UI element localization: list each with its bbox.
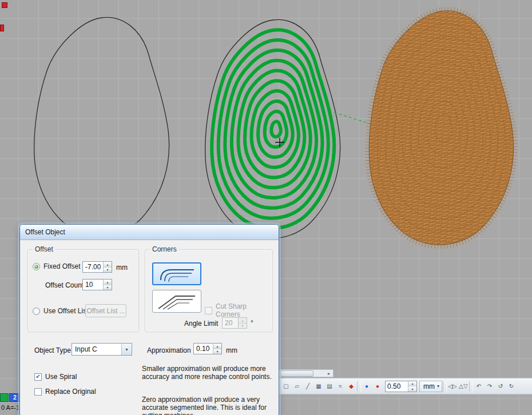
angle-limit-down-button[interactable]: ▾ xyxy=(239,323,247,329)
select-object-icon[interactable]: ▢ xyxy=(281,381,291,392)
transform-toolbar: ▢▱╱▦▤≈◆●● ▴ ▾ mm ▾ ◁▷△▽↶↷↺↻ xyxy=(279,378,532,394)
fixed-offset-unit: mm xyxy=(116,264,128,272)
horizontal-scrollbar[interactable]: ▸ xyxy=(279,369,334,377)
dialog-title: Offset Object xyxy=(25,228,65,236)
cut-sharp-corners-checkbox[interactable]: ✔ Cut Sharp Corners xyxy=(205,302,272,318)
fixed-offset-input[interactable] xyxy=(83,262,103,272)
angle-limit-label: Angle Limit xyxy=(184,320,218,328)
offset-object-dialog: Offset Object Offset Fixed Offset ▴ ▾ mm xyxy=(20,225,279,415)
rounded-corners-icon xyxy=(156,265,197,282)
outline-width-input[interactable] xyxy=(386,381,408,392)
scrollbar-thumb[interactable] xyxy=(280,370,313,377)
toolbar-icons-left: ▢▱╱▦▤≈◆●● xyxy=(281,381,383,392)
approximation-down-button[interactable]: ▾ xyxy=(213,349,221,354)
offset-group-label: Offset xyxy=(33,245,55,253)
stitched-shape-object[interactable] xyxy=(369,11,513,245)
dialog-titlebar[interactable]: Offset Object xyxy=(20,225,279,240)
show-connectors-icon[interactable]: ≈ xyxy=(335,381,346,392)
dialog-client-area: Offset Fixed Offset ▴ ▾ mm Offset Count xyxy=(20,240,279,415)
approximation-note-zero: Zero approximation will produce a very a… xyxy=(142,396,277,415)
application-workspace: 2 0 A=-14 ▸ ▢▱╱▦▤≈◆●● ▴ ▾ mm ▾ ◁▷△▽↶↷↺↻ … xyxy=(0,0,532,415)
measure-icon[interactable]: ╱ xyxy=(303,381,313,392)
spin-down-icon: ▾ xyxy=(106,268,108,272)
width-spin-down-button[interactable]: ▾ xyxy=(408,386,416,392)
entry-point-icon[interactable]: ● xyxy=(362,381,372,392)
outline-width-spinner: ▴ ▾ xyxy=(385,381,417,392)
replace-original-label: Replace Original xyxy=(45,388,96,396)
corners-group: Corners ✔ C xyxy=(145,249,273,332)
mirror-horizontal-icon[interactable]: ◁▷ xyxy=(447,381,458,392)
approximation-label: Approximation xyxy=(147,346,191,354)
exit-point-icon[interactable]: ● xyxy=(372,381,383,392)
dropdown-arrow-icon: ▾ xyxy=(121,344,132,355)
radio-dot-icon xyxy=(33,308,40,315)
rotate-ccw-90-icon[interactable]: ↺ xyxy=(495,381,506,392)
check-icon: ✔ xyxy=(35,374,40,380)
separator xyxy=(469,381,473,392)
offset-count-up-button[interactable]: ▴ xyxy=(104,280,112,285)
sharp-corners-button[interactable] xyxy=(152,290,201,313)
spin-up-icon: ▴ xyxy=(106,280,108,284)
separator xyxy=(443,381,447,392)
outline-shape-object[interactable] xyxy=(34,17,169,236)
cut-sharp-corners-label: Cut Sharp Corners xyxy=(216,302,272,318)
offset-count-spinner: ▴ ▾ xyxy=(82,279,112,290)
dropdown-arrow-icon: ▾ xyxy=(437,384,439,389)
use-spiral-label: Use Spiral xyxy=(45,373,77,381)
object-type-label: Object Type xyxy=(34,346,71,354)
width-spin-up-button[interactable]: ▴ xyxy=(408,381,416,386)
round-corners-button[interactable] xyxy=(152,262,201,285)
spin-down-icon: ▾ xyxy=(106,285,108,289)
fixed-offset-label: Fixed Offset xyxy=(43,262,80,270)
approximation-unit: mm xyxy=(226,346,237,354)
units-dropdown[interactable]: mm ▾ xyxy=(419,381,442,392)
fixed-offset-radio[interactable]: Fixed Offset xyxy=(33,262,80,270)
use-offset-list-label: Use Offset List xyxy=(43,307,88,315)
spin-up-icon: ▴ xyxy=(411,381,413,385)
spin-up-icon: ▴ xyxy=(106,262,108,266)
approximation-note-smaller: Smaller approximation will produce more … xyxy=(142,365,277,381)
rotate-cw-45-icon[interactable]: ↷ xyxy=(485,381,495,392)
corners-group-label: Corners xyxy=(150,245,179,253)
object-type-select[interactable]: Input C ▾ xyxy=(72,343,132,356)
toolbar-icons-right: ◁▷△▽↶↷↺↻ xyxy=(443,381,517,392)
use-spiral-checkbox[interactable]: ✔ Use Spiral xyxy=(34,373,77,381)
checkbox-box: ✔ xyxy=(205,307,212,314)
show-grid-icon[interactable]: ▦ xyxy=(313,381,324,392)
show-stitches-icon[interactable]: ▤ xyxy=(324,381,335,392)
offset-fill-object[interactable] xyxy=(205,19,340,238)
mirror-vertical-icon[interactable]: △▽ xyxy=(458,381,469,392)
offset-list-button[interactable]: Offset List ... xyxy=(85,304,126,317)
rotate-cw-90-icon[interactable]: ↻ xyxy=(506,381,517,392)
fixed-offset-up-button[interactable]: ▴ xyxy=(104,262,112,267)
use-offset-list-radio[interactable]: Use Offset List xyxy=(33,307,88,315)
ruler-marker-icon xyxy=(0,25,4,31)
fixed-offset-down-button[interactable]: ▾ xyxy=(104,267,112,273)
separator xyxy=(357,381,361,392)
angle-limit-up-button[interactable]: ▴ xyxy=(239,318,247,323)
radio-dot-icon xyxy=(33,263,40,270)
reshape-object-icon[interactable]: ▱ xyxy=(292,381,302,392)
palette-color-2-selected[interactable]: 2 xyxy=(9,393,21,402)
approximation-input[interactable] xyxy=(194,344,213,354)
scroll-right-arrow-icon[interactable]: ▸ xyxy=(325,371,333,376)
approximation-spinner: ▴ ▾ xyxy=(193,343,222,354)
offset-count-down-button[interactable]: ▾ xyxy=(104,285,112,290)
checkbox-box: ✔ xyxy=(34,388,42,396)
approximation-up-button[interactable]: ▴ xyxy=(213,344,221,349)
spin-down-icon: ▾ xyxy=(411,387,413,391)
offset-count-label: Offset Count xyxy=(45,281,84,289)
offset-count-input[interactable] xyxy=(83,280,103,290)
angle-limit-spinner: ▴ ▾ xyxy=(222,317,247,329)
angle-limit-input[interactable] xyxy=(223,318,238,328)
stitch-marker-icon[interactable]: ◆ xyxy=(346,381,356,392)
ruler-marker-icon xyxy=(2,2,7,8)
spin-up-icon: ▴ xyxy=(216,344,218,348)
rotate-ccw-45-icon[interactable]: ↶ xyxy=(474,381,484,392)
replace-original-checkbox[interactable]: ✔ Replace Original xyxy=(34,388,96,396)
palette-color-1[interactable] xyxy=(0,393,9,402)
fixed-offset-spinner: ▴ ▾ xyxy=(82,261,112,273)
palette-color-number: 2 xyxy=(13,394,17,401)
offset-group: Offset Fixed Offset ▴ ▾ mm Offset Count xyxy=(27,249,139,332)
spin-up-icon: ▴ xyxy=(241,318,243,322)
